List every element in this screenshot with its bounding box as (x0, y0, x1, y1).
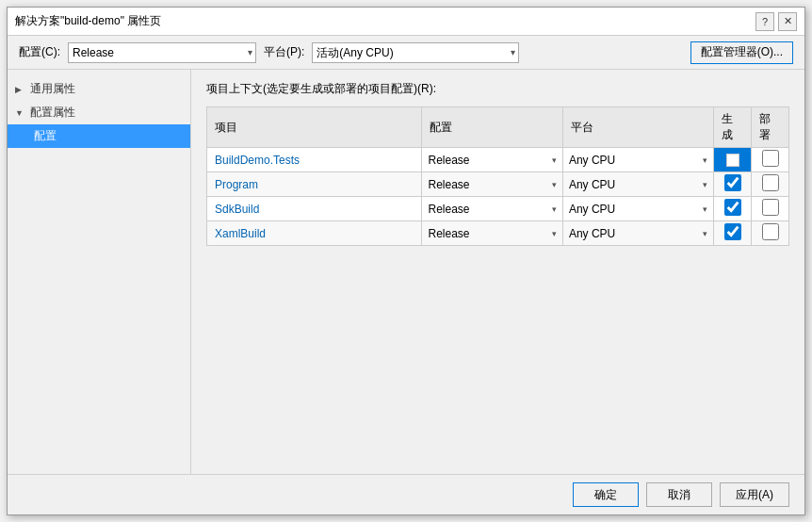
dialog-title: 解决方案"build-demo" 属性页 (15, 13, 161, 29)
deploy-checkbox-2[interactable] (762, 199, 779, 216)
platform-select-cell-wrapper-0: Any CPU x86 x64 (567, 152, 709, 169)
ok-button[interactable]: 确定 (573, 482, 639, 507)
config-select[interactable]: Release Debug (68, 42, 256, 63)
deploy-checkbox-3[interactable] (762, 223, 779, 240)
build-cell-2 (714, 197, 752, 221)
config-select-cell-wrapper-0: Release Debug (426, 152, 558, 169)
table-row: XamlBuild Release Debug (207, 221, 789, 246)
close-button[interactable]: ✕ (778, 12, 797, 31)
project-name-cell: BuildDemo.Tests (207, 148, 422, 172)
main-panel: 项目上下文(选定要生成或部署的项目配置)(R): 项目 配置 平台 生成 部署 (191, 70, 804, 474)
table-row: SdkBuild Release Debug (207, 197, 789, 221)
sidebar-item-general[interactable]: ▶ 通用属性 (8, 77, 190, 101)
deploy-cell-2 (752, 197, 789, 221)
platform-select-cell-wrapper-2: Any CPU x86 x64 (567, 201, 709, 218)
deploy-cell-3 (752, 221, 789, 246)
toolbar: 配置(C): Release Debug 平台(P): 活动(Any CPU) … (8, 36, 804, 70)
platform-cell-3: Any CPU x86 x64 (562, 221, 713, 246)
project-name-cell: XamlBuild (207, 221, 422, 246)
sidebar: ▶ 通用属性 ▼ 配置属性 配置 (8, 70, 191, 474)
platform-cell-select-2[interactable]: Any CPU x86 x64 (567, 201, 709, 218)
config-cell-0: Release Debug (422, 148, 562, 172)
sidebar-item-config-props[interactable]: ▼ 配置属性 (8, 101, 190, 124)
platform-select[interactable]: 活动(Any CPU) Any CPU x86 x64 (312, 42, 519, 63)
project-name-cell: SdkBuild (207, 197, 422, 221)
build-cell-3 (714, 221, 752, 246)
deploy-cell-0 (752, 148, 789, 172)
project-link[interactable]: Program (211, 176, 417, 193)
config-select-cell-wrapper-1: Release Debug (426, 176, 558, 193)
platform-cell-1: Any CPU x86 x64 (562, 172, 713, 197)
build-checkbox-1[interactable] (724, 174, 741, 191)
deploy-checkbox-0[interactable] (762, 150, 779, 167)
build-checkbox-3[interactable] (724, 223, 741, 240)
table-row: BuildDemo.Tests Release Debug (207, 148, 789, 172)
apply-button[interactable]: 应用(A) (720, 482, 789, 507)
config-cell-select-1[interactable]: Release Debug (426, 176, 558, 193)
config-select-cell-wrapper-2: Release Debug (426, 201, 558, 218)
content-area: ▶ 通用属性 ▼ 配置属性 配置 项目上下文(选定要生成或部署的项目配置)(R)… (8, 70, 804, 474)
platform-select-wrapper: 活动(Any CPU) Any CPU x86 x64 (312, 42, 519, 63)
sidebar-item-label-configuration: 配置 (34, 128, 57, 144)
expand-icon-config: ▼ (15, 108, 26, 118)
expand-icon-general: ▶ (15, 85, 26, 94)
build-checkbox-2[interactable] (724, 199, 741, 216)
title-bar: 解决方案"build-demo" 属性页 ? ✕ (8, 8, 804, 36)
deploy-checkbox-1[interactable] (762, 174, 779, 191)
table-row: Program Release Debug (207, 172, 789, 197)
sidebar-item-label-general: 通用属性 (30, 81, 75, 97)
config-manager-button[interactable]: 配置管理器(O)... (690, 41, 793, 64)
build-cell-0 (714, 148, 752, 172)
deploy-cell-1 (752, 172, 789, 197)
config-select-wrapper: Release Debug (68, 42, 256, 63)
col-header-deploy: 部署 (752, 107, 789, 148)
project-link[interactable]: BuildDemo.Tests (211, 152, 417, 169)
project-link[interactable]: SdkBuild (211, 201, 417, 218)
cancel-button[interactable]: 取消 (646, 482, 712, 507)
title-buttons: ? ✕ (755, 12, 797, 31)
col-header-config: 配置 (422, 107, 562, 148)
build-cell-1 (714, 172, 752, 197)
sidebar-item-configuration[interactable]: 配置 (8, 124, 190, 148)
project-table: 项目 配置 平台 生成 部署 BuildDemo.Tests (206, 106, 789, 246)
col-header-project: 项目 (207, 107, 422, 148)
platform-label: 平台(P): (264, 44, 304, 60)
platform-select-cell-wrapper-1: Any CPU x86 x64 (567, 176, 709, 193)
platform-select-cell-wrapper-3: Any CPU x86 x64 (567, 225, 709, 242)
footer: 确定 取消 应用(A) (8, 474, 804, 514)
platform-cell-select-0[interactable]: Any CPU x86 x64 (567, 152, 709, 169)
platform-cell-2: Any CPU x86 x64 (562, 197, 713, 221)
config-cell-3: Release Debug (422, 221, 562, 246)
config-cell-2: Release Debug (422, 197, 562, 221)
section-title: 项目上下文(选定要生成或部署的项目配置)(R): (206, 81, 789, 97)
config-label: 配置(C): (19, 44, 60, 60)
dialog: 解决方案"build-demo" 属性页 ? ✕ 配置(C): Release … (7, 7, 805, 515)
config-cell-select-3[interactable]: Release Debug (426, 225, 558, 242)
config-cell-1: Release Debug (422, 172, 562, 197)
project-name-cell: Program (207, 172, 422, 197)
help-button[interactable]: ? (755, 12, 774, 31)
platform-cell-0: Any CPU x86 x64 (562, 148, 713, 172)
platform-cell-select-1[interactable]: Any CPU x86 x64 (567, 176, 709, 193)
build-white-box[interactable] (726, 154, 739, 167)
build-highlight-wrapper (718, 154, 747, 167)
config-select-cell-wrapper-3: Release Debug (426, 225, 558, 242)
project-link[interactable]: XamlBuild (211, 225, 417, 242)
sidebar-item-label-config: 配置属性 (30, 105, 75, 121)
col-header-build: 生成 (714, 107, 752, 148)
config-cell-select-2[interactable]: Release Debug (426, 201, 558, 218)
platform-cell-select-3[interactable]: Any CPU x86 x64 (567, 225, 709, 242)
config-cell-select-0[interactable]: Release Debug (426, 152, 558, 169)
col-header-platform: 平台 (562, 107, 713, 148)
